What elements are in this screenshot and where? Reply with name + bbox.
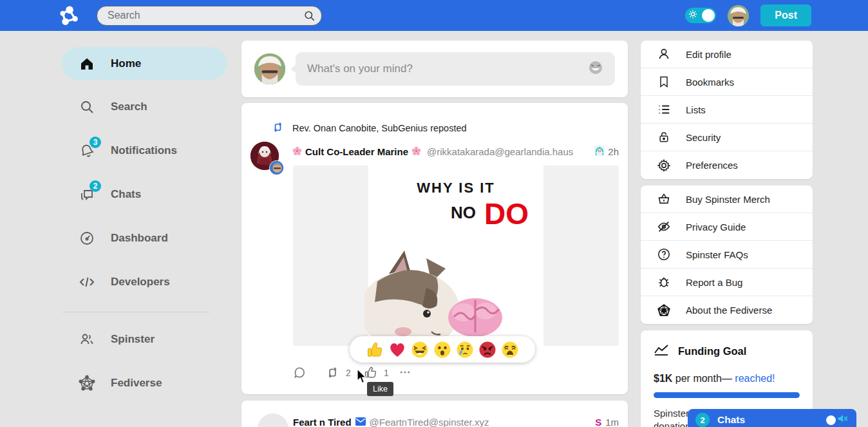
next-post-avatar[interactable] [258, 413, 288, 427]
sound-toggle-knob [826, 415, 836, 425]
home-icon [79, 55, 95, 72]
sidebar-item-spinster[interactable]: Spinster [62, 324, 227, 355]
post-card[interactable]: Rev. Onan Canobite, SubGenius reposted [241, 103, 628, 394]
menu-item-bookmarks[interactable]: Bookmarks [641, 68, 813, 96]
menu-item-lists[interactable]: Lists [641, 96, 813, 124]
composer-input[interactable]: What's on your mind? [296, 52, 615, 86]
search-icon[interactable] [303, 10, 316, 24]
menu-item-edit-profile[interactable]: Edit profile [641, 41, 813, 68]
weary-emoji[interactable] [501, 341, 519, 359]
more-options-button[interactable] [398, 366, 412, 379]
surprised-emoji[interactable] [433, 341, 451, 359]
emoji-picker-icon[interactable] [588, 60, 603, 78]
meme-text-line2: NO [451, 203, 476, 223]
menu-item-report-bug[interactable]: Report a Bug [641, 269, 813, 296]
thumbs-up-emoji[interactable] [366, 341, 384, 359]
code-icon [79, 274, 95, 290]
lock-icon [656, 129, 672, 145]
sidebar-item-fediverse[interactable]: Fediverse [62, 368, 227, 399]
sidebar-item-label: Spinster [111, 333, 155, 346]
chat-bubbles-icon: 2 [79, 186, 95, 203]
spinster-logo-icon[interactable] [58, 5, 84, 26]
meme-text-line3: DO [484, 196, 529, 231]
sidebar-item-label: Fediverse [111, 377, 162, 390]
next-post-author-handle[interactable]: @FeartnTired@spinster.xyz [370, 417, 489, 427]
repost-note: Rev. Onan Canobite, SubGenius reposted [272, 121, 467, 135]
next-post-card[interactable]: Feart n Tired @FeartnTired@spinster.xyz … [241, 401, 628, 427]
next-post-header: Feart n Tired @FeartnTired@spinster.xyz … [293, 417, 619, 427]
funding-period: per month [672, 373, 721, 384]
sidebar-item-label: Notifications [111, 144, 177, 157]
funding-amount: $1K [654, 373, 672, 384]
chats-badge: 2 [90, 180, 101, 192]
sidebar-item-home[interactable]: Home [62, 47, 227, 80]
speaker-muted-icon [837, 413, 849, 426]
crying-emoji[interactable] [456, 341, 474, 359]
menu-item-security[interactable]: Security [641, 124, 813, 151]
post-timestamp[interactable]: 2h [608, 146, 619, 157]
question-circle-icon [656, 247, 672, 262]
chats-panel-bar[interactable]: 2 Chats [688, 409, 856, 427]
post-author-handle[interactable]: @rikkatakarada@gearlandia.haus [427, 146, 573, 157]
heart-emoji[interactable] [388, 341, 406, 359]
angry-emoji[interactable] [478, 341, 496, 359]
reposter-mini-avatar[interactable] [269, 160, 284, 175]
brain-illustration [446, 293, 505, 342]
chats-sound-toggle[interactable] [826, 413, 849, 426]
sidebar-item-developers[interactable]: Developers [62, 267, 227, 298]
repost-icon [272, 121, 284, 135]
menu-item-label: About the Fediverse [686, 305, 772, 316]
repost-button[interactable]: 2 [326, 366, 351, 379]
funding-title: Funding Goal [678, 345, 746, 357]
menu-item-label: Security [686, 132, 721, 143]
sidebar-item-label: Dashboard [111, 232, 168, 245]
basket-icon [656, 191, 672, 207]
meme-text-line1: WHY IS IT [368, 180, 543, 196]
current-user-avatar[interactable] [728, 5, 749, 26]
menu-item-label: Report a Bug [686, 277, 742, 288]
reply-button[interactable] [293, 366, 306, 379]
menu-item-about-fediverse[interactable]: About the Fediverse [641, 296, 813, 324]
composer-avatar[interactable] [254, 53, 285, 84]
next-post-author-name[interactable]: Feart n Tired [293, 417, 352, 427]
sidebar-item-notifications[interactable]: 3 Notifications [62, 135, 227, 166]
menu-item-buy-merch[interactable]: Buy Spinster Merch [641, 185, 813, 213]
people-icon [79, 331, 95, 348]
post-media[interactable]: WHY IS IT NO DO [293, 166, 619, 346]
reaction-picker [350, 336, 535, 363]
header-right-cluster: Post [685, 0, 811, 31]
menu-item-label: Buy Spinster Merch [686, 194, 770, 205]
sidebar-item-label: Home [111, 57, 141, 70]
menu-item-faqs[interactable]: Spinster FAQs [641, 241, 813, 269]
sidebar-divider [62, 312, 210, 312]
menu-item-preferences[interactable]: Preferences [641, 151, 813, 179]
composer-card: What's on your mind? [241, 41, 628, 97]
post-button[interactable]: Post [760, 5, 811, 26]
account-menu: Edit profile Bookmarks Lists [641, 41, 813, 179]
menu-item-label: Preferences [686, 160, 738, 171]
sidebar-item-chats[interactable]: 2 Chats [62, 179, 227, 210]
like-button[interactable]: 1 [364, 366, 389, 379]
bookmark-icon [656, 74, 672, 90]
like-count: 1 [384, 368, 389, 378]
bell-icon: 3 [79, 142, 95, 159]
instance-badge-icon: S [595, 417, 601, 427]
chats-panel-label: Chats [717, 414, 745, 426]
funding-progress-fill [654, 392, 800, 398]
sidebar-item-dashboard[interactable]: Dashboard [62, 223, 227, 254]
menu-item-privacy-guide[interactable]: Privacy Guide [641, 213, 813, 241]
theme-toggle[interactable] [685, 8, 716, 23]
sidebar-item-search[interactable]: Search [62, 91, 227, 122]
spinster-app: Post Home Search [0, 0, 868, 427]
person-icon [656, 46, 672, 62]
menu-item-label: Lists [686, 104, 706, 115]
laughing-emoji[interactable] [411, 341, 429, 359]
cherry-blossom-icon [411, 146, 421, 158]
funding-reached-link[interactable]: reached! [735, 373, 775, 384]
post-author-name[interactable]: Cult Co-Leader Marine [305, 146, 408, 157]
search-input[interactable] [97, 6, 322, 26]
toggle-knob [702, 9, 715, 22]
sidebar-item-label: Chats [111, 188, 141, 201]
next-post-timestamp[interactable]: 1m [605, 417, 619, 427]
list-icon [656, 102, 672, 117]
